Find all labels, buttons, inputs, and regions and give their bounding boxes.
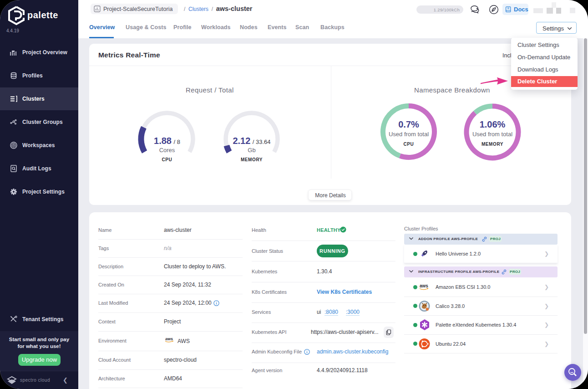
svg-text:aws: aws bbox=[165, 337, 173, 341]
svg-text:aws: aws bbox=[420, 283, 428, 288]
